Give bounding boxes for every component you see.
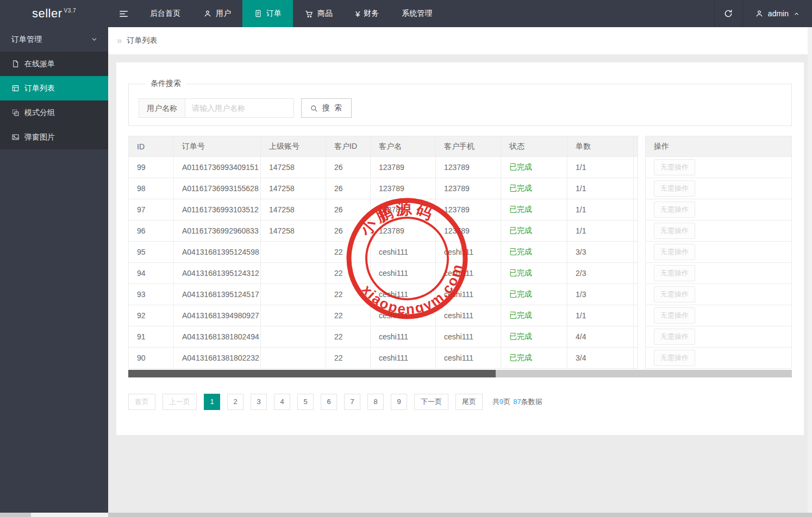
cell-order-no: A04131681381802494 <box>174 326 261 348</box>
sidebar-item-order-list[interactable]: 订单列表 <box>0 76 108 100</box>
cell-parent-account <box>261 242 326 263</box>
search-button-label: 搜 索 <box>322 103 343 113</box>
no-action-button[interactable]: 无需操作 <box>654 223 695 239</box>
sidebar-item-popup-image[interactable]: 弹窗图片 <box>0 125 108 149</box>
no-action-button[interactable]: 无需操作 <box>654 180 695 197</box>
nav-item-label: 商品 <box>317 9 333 18</box>
no-action-button[interactable]: 无需操作 <box>654 329 695 345</box>
table-hscrollbar-track[interactable] <box>128 370 792 377</box>
pagination-page-button[interactable]: 4 <box>274 394 290 410</box>
table-row: 92 A04131681394980927 22 ceshi111 ceshi1… <box>129 305 638 326</box>
sidebar-item-mode-group[interactable]: 模式分组 <box>0 100 108 125</box>
nav-item-orders[interactable]: 订单 <box>242 0 293 27</box>
cell-order-no: A04131681381802232 <box>174 348 261 369</box>
cell-action: 无需操作 <box>646 284 792 305</box>
refresh-button[interactable] <box>714 0 742 27</box>
cell-id: 94 <box>129 263 174 284</box>
cell-customer-phone: ceshi111 <box>436 263 501 284</box>
no-action-button[interactable]: 无需操作 <box>654 201 695 218</box>
page-hscrollbar[interactable] <box>0 513 812 517</box>
action-row: 无需操作 <box>646 263 792 284</box>
cell-parent-account <box>261 326 326 348</box>
pagination-page-button[interactable]: 5 <box>297 394 314 410</box>
cell-parent-account: 147258 <box>261 157 326 178</box>
cell-action: 无需操作 <box>646 178 792 199</box>
table-hscrollbar-thumb[interactable] <box>128 370 496 377</box>
top-navigation: 后台首页 用户 订单 商品 ¥ 财务 系统管理 <box>139 0 444 27</box>
username-input[interactable] <box>185 98 294 118</box>
no-action-button[interactable]: 无需操作 <box>654 265 695 281</box>
breadcrumb-arrows-icon: » <box>117 35 122 46</box>
no-action-button[interactable]: 无需操作 <box>654 307 695 324</box>
sidebar-item-label: 模式分组 <box>24 108 55 118</box>
topbar: seller V3.7 后台首页 用户 订单 商品 <box>0 0 812 27</box>
cell-order-no: A01161736993409151 <box>174 157 261 178</box>
pagination-page-button[interactable]: 8 <box>367 394 384 410</box>
cell-count: 3/4 <box>567 348 634 369</box>
pagination-summary: 共9页87条数据 <box>492 397 542 407</box>
search-button[interactable]: 搜 索 <box>301 98 352 118</box>
cell-action: 无需操作 <box>646 199 792 220</box>
nav-item-label: 订单 <box>266 9 282 18</box>
nav-item-users[interactable]: 用户 <box>192 0 242 27</box>
col-header-order-no: 订单号 <box>174 136 261 157</box>
pagination-page-button[interactable]: 2 <box>227 394 243 410</box>
cell-order-no: A01161736993155628 <box>174 178 261 199</box>
cell-customer-phone: ceshi111 <box>436 348 501 369</box>
admin-menu[interactable]: admin <box>742 0 812 27</box>
cell-count: 1/1 <box>567 157 634 178</box>
sidebar-toggle-button[interactable] <box>108 0 139 27</box>
cell-id: 92 <box>129 305 174 326</box>
cell-customer-name: ceshi111 <box>371 242 436 263</box>
cell-customer-id: 26 <box>326 220 371 242</box>
cell-customer-name: ceshi111 <box>371 263 436 284</box>
topbar-right: admin <box>714 0 812 27</box>
cell-action: 无需操作 <box>646 220 792 242</box>
cell-sliver <box>634 178 638 199</box>
no-action-button[interactable]: 无需操作 <box>654 350 695 366</box>
cell-customer-name: 123789 <box>371 157 436 178</box>
pagination-last-button[interactable]: 尾页 <box>455 394 483 410</box>
table-row: 99 A01161736993409151 147258 26 123789 1… <box>129 157 638 178</box>
nav-item-dashboard[interactable]: 后台首页 <box>139 0 192 27</box>
sidebar-group-orders[interactable]: 订单管理 <box>0 27 108 52</box>
pagination-prev-button[interactable]: 上一页 <box>163 394 197 410</box>
no-action-button[interactable]: 无需操作 <box>654 159 695 175</box>
action-row: 无需操作 <box>646 348 792 369</box>
cell-action: 无需操作 <box>646 242 792 263</box>
cell-id: 91 <box>129 326 174 348</box>
cell-customer-id: 22 <box>326 348 371 369</box>
nav-item-goods[interactable]: 商品 <box>293 0 344 27</box>
sidebar-group-items: 在线派单 订单列表 模式分组 弹窗图片 <box>0 52 108 149</box>
col-header-sliver <box>634 136 638 157</box>
page-vscrollbar[interactable] <box>808 27 812 513</box>
cell-sliver <box>634 157 638 178</box>
pagination-page-button[interactable]: 6 <box>321 394 337 410</box>
sidebar-item-online-dispatch[interactable]: 在线派单 <box>0 52 108 76</box>
pagination-page-button[interactable]: 9 <box>391 394 407 410</box>
cell-action: 无需操作 <box>646 263 792 284</box>
pagination-page-button[interactable]: 1 <box>204 394 220 410</box>
nav-item-system[interactable]: 系统管理 <box>390 0 444 27</box>
pagination-next-button[interactable]: 下一页 <box>414 394 448 410</box>
document-icon <box>254 9 263 18</box>
col-header-id: ID <box>129 136 174 157</box>
no-action-button[interactable]: 无需操作 <box>654 286 695 302</box>
image-icon <box>11 133 20 141</box>
no-action-button[interactable]: 无需操作 <box>654 244 695 260</box>
cell-id: 97 <box>129 199 174 220</box>
table-row: 96 A01161736992960833 147258 26 123789 1… <box>129 220 638 242</box>
cell-action: 无需操作 <box>646 348 792 369</box>
pagination-page-button[interactable]: 3 <box>251 394 267 410</box>
pagination-page-button[interactable]: 7 <box>344 394 360 410</box>
pagination-first-button[interactable]: 首页 <box>128 394 155 410</box>
summary-total-records: 87 <box>513 398 521 406</box>
cell-parent-account: 147258 <box>261 178 326 199</box>
logo-text: seller <box>32 7 63 21</box>
nav-item-finance[interactable]: ¥ 财务 <box>344 0 390 27</box>
table-row: 91 A04131681381802494 22 ceshi111 ceshi1… <box>129 326 638 348</box>
table-row: 98 A01161736993155628 147258 26 123789 1… <box>129 178 638 199</box>
cell-customer-name: 123789 <box>371 178 436 199</box>
cell-parent-account <box>261 263 326 284</box>
yen-icon: ¥ <box>355 10 360 18</box>
